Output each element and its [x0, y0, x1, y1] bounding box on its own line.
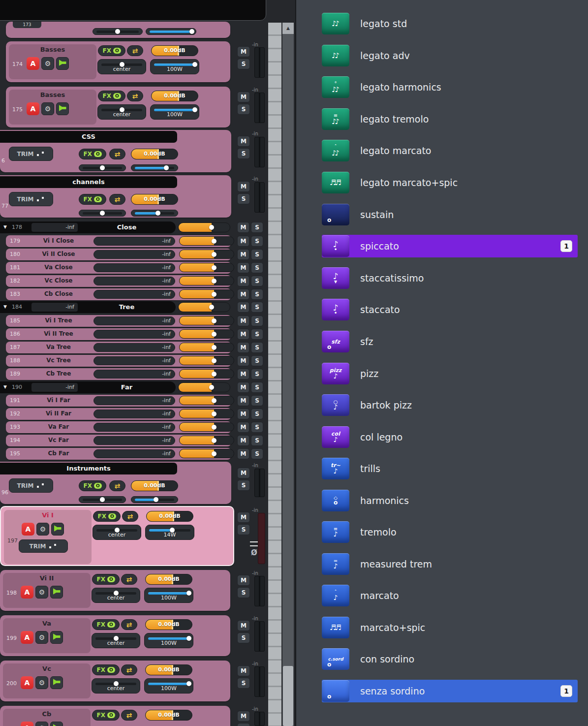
solo-button[interactable]: S — [251, 236, 263, 247]
lanes-icon[interactable] — [250, 541, 258, 546]
articulation-row[interactable]: c.sordo con sordino — [322, 648, 578, 670]
track-name[interactable]: Vi II Tree — [24, 330, 93, 337]
solo-button[interactable]: S — [237, 524, 250, 535]
solo-button[interactable]: S — [251, 262, 263, 273]
solo-button[interactable]: S — [251, 302, 263, 313]
mute-button[interactable]: M — [237, 665, 250, 676]
routing-button[interactable]: ⇄ — [121, 664, 137, 675]
articulation-row[interactable]: =♪ measured trem — [322, 553, 578, 575]
mute-button[interactable]: M — [237, 262, 249, 273]
fader-thumb[interactable] — [212, 411, 217, 416]
track-row[interactable]: 191 Vi I Far -inf — [6, 395, 231, 407]
track-settings-button[interactable]: ⚙ — [41, 102, 54, 115]
phase-button[interactable]: Ø — [251, 548, 257, 557]
solo-button[interactable]: S — [251, 316, 263, 326]
width-slider[interactable]: 100W — [150, 59, 199, 74]
volume-fader[interactable] — [178, 222, 230, 232]
volume-fader[interactable] — [179, 396, 234, 405]
track-name[interactable]: Basses — [9, 91, 96, 98]
fader-thumb[interactable] — [212, 252, 217, 257]
fx-button[interactable]: FXO — [93, 511, 121, 522]
volume-fader[interactable] — [179, 236, 234, 246]
mute-button[interactable]: M — [237, 329, 249, 340]
volume-fader[interactable] — [179, 436, 234, 445]
fx-button[interactable]: FXO — [98, 91, 125, 101]
folder-track-bar[interactable]: ▼ 184 -inf Tree — [0, 301, 176, 313]
record-arm-button[interactable]: A — [22, 523, 34, 536]
pan-slider[interactable]: center — [97, 104, 146, 120]
volume-fader[interactable] — [179, 409, 234, 418]
width-thumb[interactable] — [164, 165, 169, 170]
mute-button[interactable]: M — [237, 409, 249, 419]
mute-button[interactable]: M — [237, 711, 250, 722]
articulation-row[interactable]: col♪ col legno — [322, 426, 578, 448]
solo-button[interactable]: S — [237, 193, 250, 204]
fader-thumb[interactable] — [212, 292, 217, 297]
bus-track-panel[interactable]: channels 77 TRIM FXO ⇄ 0.00dB — [0, 175, 231, 218]
track-panel-partial[interactable]: 173 — [6, 22, 230, 38]
fx-button[interactable]: FXO — [92, 619, 120, 630]
trim-button[interactable]: TRIM — [19, 539, 68, 553]
volume-fader[interactable] — [179, 316, 234, 325]
pan-slider[interactable] — [79, 496, 126, 503]
articulation-row[interactable]: ≡♪♪ legato tremolo — [322, 108, 578, 130]
track-panel-selected[interactable]: Vi I 197 A ⚙ TRIM FXO ⇄ 0.00dB center 14… — [0, 506, 234, 566]
record-arm-button[interactable]: A — [27, 102, 39, 115]
width-thumb[interactable] — [154, 497, 158, 502]
mute-button[interactable]: M — [237, 512, 250, 523]
volume-fader[interactable]: 0.00dB — [151, 45, 198, 56]
solo-button[interactable]: S — [251, 409, 263, 419]
track-name[interactable]: Vi II Far — [24, 410, 93, 417]
fader-thumb[interactable] — [212, 438, 217, 443]
routing-button[interactable]: ⇄ — [109, 194, 125, 205]
bus-name[interactable]: CSS — [0, 131, 177, 143]
fader-thumb[interactable] — [212, 239, 217, 244]
track-name[interactable]: Cb Tree — [24, 370, 93, 377]
solo-button[interactable]: S — [251, 222, 263, 233]
fader-thumb[interactable] — [212, 425, 217, 430]
solo-button[interactable]: S — [251, 355, 263, 366]
width-slider[interactable]: 100W — [144, 678, 193, 694]
track-name[interactable]: Va Close — [24, 264, 93, 271]
articulation-row[interactable]: ˆ♪♪ legato marcato — [322, 139, 578, 162]
mute-button[interactable]: M — [237, 342, 249, 353]
track-row[interactable]: 193 Va Far -inf — [6, 421, 231, 433]
mute-button[interactable]: M — [237, 249, 249, 260]
volume-fader[interactable]: 0.00dB — [145, 574, 192, 585]
track-name[interactable]: Cb Close — [24, 290, 93, 297]
volume-fader[interactable] — [179, 329, 234, 339]
mute-button[interactable]: M — [237, 575, 250, 586]
mute-button[interactable]: M — [237, 136, 250, 147]
volume-fader[interactable]: 0.00dB — [146, 511, 193, 522]
fader-thumb[interactable] — [209, 305, 214, 310]
solo-button[interactable]: S — [251, 382, 263, 393]
mute-button[interactable]: M — [237, 620, 250, 631]
mute-button[interactable]: M — [237, 422, 249, 433]
track-name[interactable]: Vc Far — [24, 437, 93, 443]
articulation-row[interactable]: ♪• staccato — [322, 298, 578, 321]
solo-button[interactable]: S — [251, 395, 263, 406]
routing-button[interactable]: ⇄ — [121, 619, 137, 630]
pan-thumb[interactable] — [100, 497, 105, 502]
pan-slider[interactable]: center — [97, 59, 146, 74]
solo-button[interactable]: S — [237, 148, 250, 159]
pan-slider[interactable]: center — [92, 678, 140, 694]
articulation-row[interactable]: sfzo sfz — [322, 330, 578, 353]
solo-button[interactable]: S — [237, 632, 250, 643]
fader-thumb[interactable] — [212, 358, 217, 363]
track-panel[interactable]: Cb 201 A ⚙ FXO ⇄ 0.00dB — [0, 706, 230, 726]
mute-button[interactable]: M — [237, 382, 249, 393]
articulation-row[interactable]: ♪♪ legato std — [322, 12, 578, 35]
record-arm-button[interactable]: A — [21, 586, 33, 599]
routing-button[interactable]: ⇄ — [122, 511, 138, 522]
folder-name[interactable]: Tree — [79, 301, 175, 313]
solo-button[interactable]: S — [251, 289, 263, 300]
record-arm-button[interactable]: A — [21, 722, 33, 726]
fader-thumb[interactable] — [212, 345, 217, 350]
articulation-row[interactable]: ≡♪ tremolo — [322, 521, 578, 543]
volume-fader[interactable] — [178, 302, 230, 312]
mute-button[interactable]: M — [237, 92, 250, 102]
width-slider[interactable] — [131, 164, 178, 171]
track-name[interactable]: Vc Tree — [24, 357, 93, 364]
width-slider[interactable]: 100W — [150, 104, 199, 120]
